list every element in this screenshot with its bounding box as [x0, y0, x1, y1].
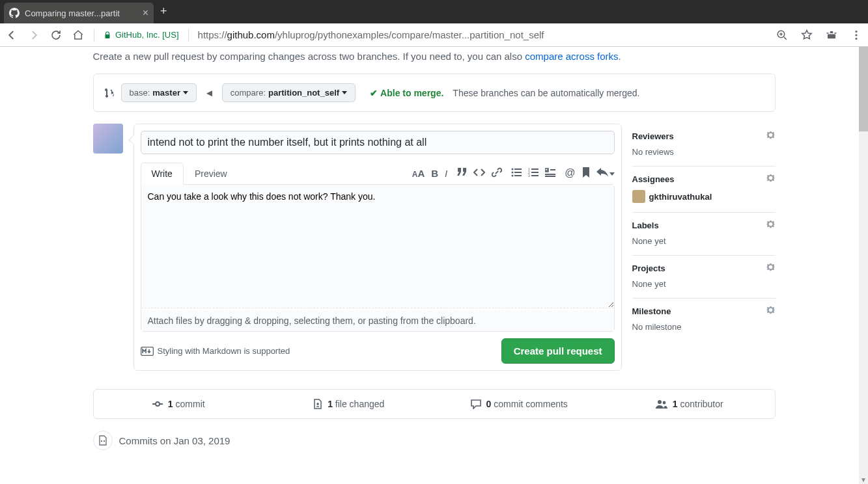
stat-contributors[interactable]: 1 contributor: [604, 390, 775, 418]
milestone-heading: Milestone: [632, 306, 671, 316]
assignee-name: gkthiruvathukal: [649, 192, 712, 202]
tab-close-icon[interactable]: ×: [143, 8, 148, 18]
site-identity[interactable]: GitHub, Inc. [US]: [104, 30, 179, 40]
extensions-icon[interactable]: [825, 29, 838, 42]
browser-toolbar: GitHub, Inc. [US] https://github.com/yhl…: [0, 23, 868, 47]
svg-rect-1: [828, 34, 835, 38]
compare-intro: Create a new pull request by comparing c…: [93, 51, 776, 62]
pr-title-input[interactable]: [141, 131, 615, 154]
svg-point-10: [512, 174, 514, 176]
browser-tab-strip: Comparing master...partit × +: [0, 0, 868, 23]
toolbar-separator: [188, 29, 189, 42]
commit-icon: [152, 399, 163, 409]
scrollbar-thumb[interactable]: [859, 47, 868, 131]
home-button[interactable]: [72, 29, 85, 42]
vertical-scrollbar[interactable]: ▼: [859, 47, 868, 450]
svg-rect-13: [514, 175, 522, 176]
preview-tab[interactable]: Preview: [184, 162, 238, 184]
bullet-list-icon[interactable]: [511, 168, 522, 179]
attach-hint[interactable]: Attach files by dragging & dropping, sel…: [141, 310, 614, 331]
assignee-avatar: [632, 190, 645, 203]
diff-stats-bar: 1 commit 1 file changed 0 commit comment…: [93, 389, 776, 419]
svg-point-7: [855, 37, 857, 39]
gear-icon[interactable]: [766, 130, 776, 142]
new-tab-button[interactable]: +: [160, 5, 167, 20]
commits-count: 1: [168, 399, 173, 409]
base-branch-name: master: [152, 88, 180, 98]
svg-point-8: [512, 168, 514, 170]
reviewers-body: No reviews: [632, 147, 776, 157]
svg-rect-26: [104, 440, 105, 442]
compare-branch-selector[interactable]: compare: partition_not_self: [222, 83, 356, 102]
svg-rect-19: [531, 175, 539, 176]
browser-menu-icon[interactable]: [850, 29, 863, 42]
italic-icon[interactable]: I: [445, 168, 447, 179]
browser-tab-title: Comparing master...partit: [25, 8, 137, 18]
pr-body-textarea[interactable]: [141, 185, 614, 308]
address-bar[interactable]: https://github.com/yhluprog/pythonexampl…: [198, 29, 766, 40]
gear-icon[interactable]: [766, 262, 776, 274]
caret-down-icon: [183, 91, 188, 94]
markdown-support-link[interactable]: Styling with Markdown is supported: [141, 346, 290, 356]
mention-icon[interactable]: @: [565, 167, 575, 179]
contributors-label: contributor: [678, 399, 723, 409]
bold-icon[interactable]: B: [431, 168, 438, 179]
period: .: [619, 51, 621, 62]
back-button[interactable]: [5, 29, 18, 42]
code-icon[interactable]: [473, 168, 485, 179]
stat-commits[interactable]: 1 commit: [94, 390, 264, 418]
svg-rect-25: [101, 440, 102, 442]
gear-icon[interactable]: [766, 305, 776, 317]
svg-rect-4: [835, 33, 837, 34]
quote-icon[interactable]: [456, 168, 467, 179]
svg-point-23: [658, 400, 662, 404]
pr-sidebar: Reviewers No reviews Assignees gkthiruva…: [632, 124, 776, 371]
gear-icon[interactable]: [766, 173, 776, 185]
new-pr-form: Write Preview AA B I: [133, 124, 622, 371]
projects-body: None yet: [632, 279, 776, 289]
svg-point-24: [662, 401, 665, 405]
svg-point-9: [512, 171, 514, 173]
bookmark-star-icon[interactable]: [800, 29, 813, 42]
milestone-body: No milestone: [632, 322, 776, 332]
assignee-item[interactable]: gkthiruvathukal: [632, 190, 776, 203]
task-list-icon[interactable]: [545, 168, 555, 179]
toolbar-separator: [94, 29, 94, 42]
commit-badge-icon: [93, 431, 113, 450]
commits-date-label: Commits on Jan 03, 2019: [119, 435, 231, 446]
people-icon: [656, 399, 667, 409]
forward-button[interactable]: [27, 29, 40, 42]
url-path: /yhluprog/pythonexamples/compare/master.…: [275, 29, 544, 40]
stat-files[interactable]: 1 file changed: [264, 390, 434, 418]
site-identity-label: GitHub, Inc. [US]: [115, 30, 179, 40]
current-user-avatar[interactable]: [93, 124, 123, 154]
lock-icon: [104, 31, 111, 39]
gear-icon[interactable]: [766, 219, 776, 231]
compare-intro-text: Create a new pull request by comparing c…: [93, 51, 525, 62]
svg-rect-17: [531, 168, 539, 170]
compare-across-forks-link[interactable]: compare across forks: [525, 51, 618, 62]
file-diff-icon: [313, 399, 322, 409]
link-icon[interactable]: [492, 167, 502, 180]
reply-icon[interactable]: [596, 168, 615, 179]
labels-body: None yet: [632, 236, 776, 246]
stat-comments[interactable]: 0 commit comments: [434, 390, 605, 418]
saved-reply-icon[interactable]: [582, 167, 590, 180]
svg-point-5: [855, 30, 857, 32]
contributors-count: 1: [673, 399, 678, 409]
base-branch-selector[interactable]: base: master: [121, 83, 197, 102]
comments-label: commit comments: [491, 399, 567, 409]
git-compare-icon: [104, 88, 115, 98]
svg-point-6: [855, 34, 857, 36]
zoom-icon[interactable]: [776, 29, 789, 42]
base-prefix: base:: [130, 88, 150, 98]
svg-rect-18: [531, 172, 539, 173]
numbered-list-icon[interactable]: 123: [528, 168, 539, 179]
heading-icon[interactable]: AA: [412, 168, 425, 179]
markdown-icon: [141, 347, 154, 356]
browser-tab[interactable]: Comparing master...partit ×: [4, 3, 154, 23]
create-pull-request-button[interactable]: Create pull request: [501, 338, 615, 364]
reload-button[interactable]: [49, 29, 63, 42]
svg-point-22: [156, 402, 160, 406]
write-tab[interactable]: Write: [141, 163, 184, 185]
